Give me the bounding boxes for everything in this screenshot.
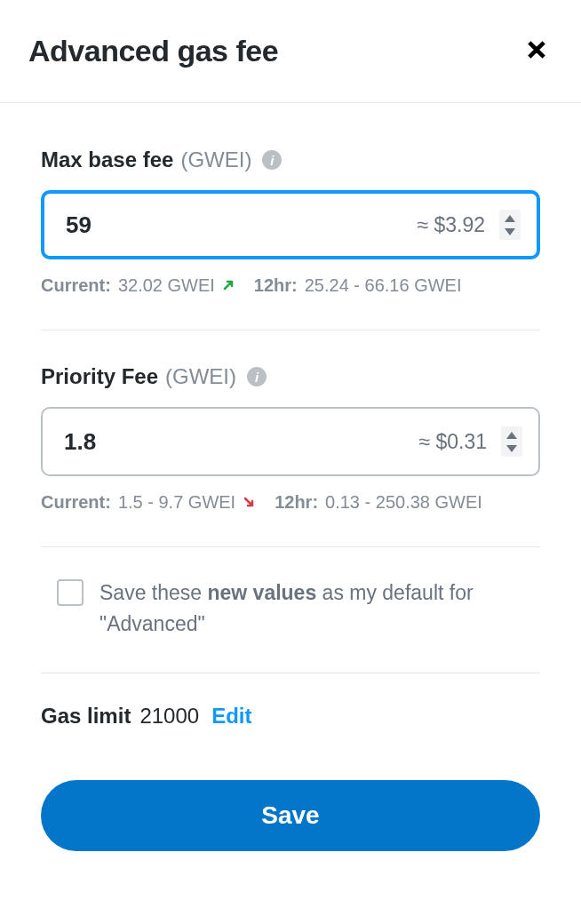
priority-fee-stepper (501, 426, 522, 457)
max-base-fee-unit: (GWEI) (180, 147, 251, 172)
close-icon (524, 52, 549, 65)
range-stat: 12hr: 0.13 - 250.38 GWEI (275, 492, 482, 513)
stepper-up-button[interactable] (506, 430, 517, 441)
priority-fee-stats: Current: 1.5 - 9.7 GWEI 12hr: 0.13 - 250… (41, 492, 540, 513)
trend-down-icon (243, 492, 255, 513)
max-base-fee-fiat: ≈ $3.92 (417, 213, 485, 237)
current-stat: Current: 32.02 GWEI (41, 275, 235, 296)
current-value: 1.5 - 9.7 GWEI (118, 492, 235, 513)
modal-title: Advanced gas fee (28, 34, 278, 68)
gas-limit-row: Gas limit 21000 Edit (41, 704, 540, 729)
save-default-label: Save these new values as my default for … (99, 578, 524, 639)
caret-down-icon (505, 228, 515, 235)
caret-up-icon (505, 215, 515, 222)
current-stat: Current: 1.5 - 9.7 GWEI (41, 492, 255, 513)
priority-fee-unit: (GWEI) (165, 364, 236, 389)
range-value: 0.13 - 250.38 GWEI (325, 492, 482, 513)
range-label: 12hr: (275, 492, 318, 513)
max-base-fee-input-wrap: ≈ $3.92 (41, 190, 540, 259)
max-base-fee-section: Max base fee (GWEI) i ≈ $3.92 Cu (41, 147, 540, 331)
modal-header: Advanced gas fee (0, 0, 581, 103)
current-label: Current: (41, 492, 111, 513)
save-default-checkbox[interactable] (57, 579, 84, 606)
priority-fee-fiat: ≈ $0.31 (418, 430, 487, 454)
priority-fee-section: Priority Fee (GWEI) i ≈ $0.31 Cu (41, 364, 540, 547)
gas-limit-label: Gas limit (41, 704, 131, 729)
stepper-down-button[interactable] (505, 227, 515, 237)
priority-fee-label: Priority Fee (41, 364, 158, 389)
range-stat: 12hr: 25.24 - 66.16 GWEI (254, 275, 462, 296)
info-icon[interactable]: i (247, 367, 267, 386)
info-icon[interactable]: i (262, 150, 282, 170)
advanced-gas-fee-modal: Advanced gas fee Max base fee (GWEI) i ≈… (0, 0, 581, 878)
gas-limit-value: 21000 (139, 704, 199, 729)
max-base-fee-stats: Current: 32.02 GWEI 12hr: 25.24 - 66.16 … (41, 275, 540, 296)
priority-fee-input[interactable] (64, 428, 418, 456)
current-label: Current: (41, 275, 111, 296)
current-value: 32.02 GWEI (118, 275, 215, 296)
max-base-fee-stepper (499, 210, 521, 240)
caret-down-icon (506, 445, 517, 452)
priority-fee-label-row: Priority Fee (GWEI) i (41, 364, 540, 389)
trend-up-icon (222, 275, 235, 296)
range-value: 25.24 - 66.16 GWEI (305, 275, 462, 296)
save-button[interactable]: Save (41, 780, 540, 851)
max-base-fee-label: Max base fee (41, 147, 173, 172)
gas-limit-edit-button[interactable]: Edit (211, 704, 251, 729)
close-button[interactable] (521, 34, 553, 68)
modal-content: Max base fee (GWEI) i ≈ $3.92 Cu (0, 103, 581, 878)
save-default-section: Save these new values as my default for … (41, 569, 540, 673)
max-base-fee-label-row: Max base fee (GWEI) i (41, 147, 540, 172)
caret-up-icon (506, 432, 517, 439)
stepper-down-button[interactable] (506, 443, 517, 454)
max-base-fee-input[interactable] (66, 211, 417, 239)
range-label: 12hr: (254, 275, 298, 296)
priority-fee-input-wrap: ≈ $0.31 (41, 407, 540, 476)
stepper-up-button[interactable] (505, 213, 515, 224)
